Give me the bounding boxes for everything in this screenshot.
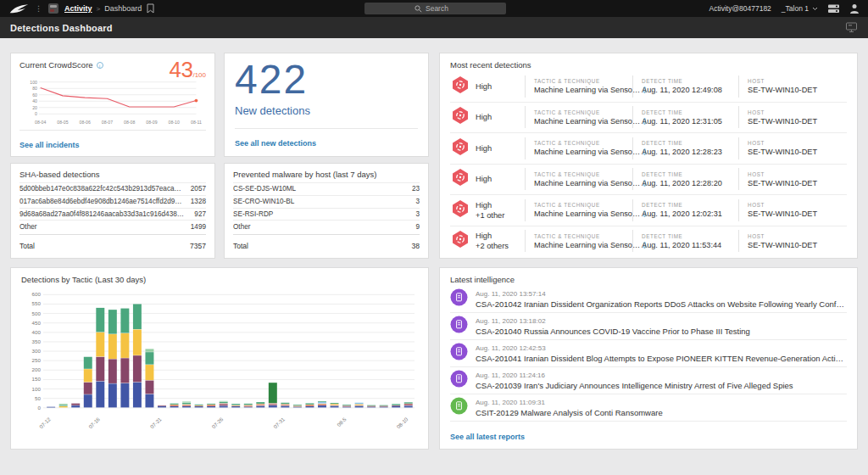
svg-text:08-10: 08-10 [169,120,180,125]
table-row: SE-CRO-WIN10-BL3 [233,195,420,208]
severity-hexagon-icon [452,137,469,159]
page-title: Detections Dashboard [10,23,113,33]
detect-time-value: Aug. 11, 2020 12:28:23 [642,148,738,156]
host-value: SE-TW-WIN10-DET [748,241,847,249]
detect-time-column: DETECT TIMEAug. 11, 2020 12:49:08 [632,75,738,98]
tactic-label: TACTIC & TECHNIQUE [534,202,632,208]
severity-label: High [476,174,492,184]
svg-text:0: 0 [37,405,41,411]
svg-text:450: 450 [32,320,42,326]
svg-text:400: 400 [32,329,42,335]
table-row: Other9 [233,220,420,232]
crowdstrike-falcon-logo-icon[interactable] [8,3,29,14]
menu-dots-icon[interactable]: ⋮ [35,4,42,13]
svg-text:07-21: 07-21 [149,416,163,429]
total-label: Total [19,242,190,250]
prevented-total-row: Total 38 [233,234,420,252]
app-switcher-icon[interactable] [48,3,58,14]
svg-text:08-09: 08-09 [146,120,157,125]
svg-text:80: 80 [32,86,37,91]
severity-cell: High [450,168,525,190]
detection-row[interactable]: High+1 otherTACTIC & TECHNIQUEMachine Le… [450,194,847,226]
new-detections-card: 422 New detections See all new detection… [224,53,429,157]
notifications-stack-icon[interactable] [828,4,839,14]
detection-row[interactable]: High+2 othersTACTIC & TECHNIQUEMachine L… [450,226,847,257]
svg-text:300: 300 [32,348,42,354]
intel-report-item[interactable]: Aug. 11, 2020 11:09:31CSIT-20129 Malware… [450,394,847,421]
tactic-column: TACTIC & TECHNIQUEMachine Learning via S… [525,75,632,98]
detection-row[interactable]: HighTACTIC & TECHNIQUEMachine Learning v… [450,102,847,133]
info-icon[interactable]: i [97,62,103,69]
host-label: HOST [748,140,847,146]
svg-text:20: 20 [32,105,37,110]
user-profile-icon[interactable] [849,3,860,14]
breadcrumb-separator: > [97,5,101,13]
severity-cell: High [450,75,525,98]
table-row: 9d68a68ad27aa0f4f881246aacab33d3a1c916d4… [19,208,206,221]
see-all-latest-reports-link[interactable]: See all latest reports [450,433,525,441]
severity-hexagon-icon [452,199,469,221]
detections-by-tactic-card: Detections by Tactic (Last 30 days) 0501… [10,267,429,450]
detect-time-value: Aug. 11, 2020 12:49:08 [642,86,738,94]
intel-report-title: CSA-201039 Iran's Judiciary Announces In… [476,381,793,390]
stat-value: 927 [194,210,206,218]
intel-report-item[interactable]: Aug. 11, 2020 13:57:14CSA-201042 Iranian… [450,286,847,312]
search-input[interactable] [426,4,456,13]
latest-intelligence-card: Latest intelligence Aug. 11, 2020 13:57:… [439,267,858,450]
intel-timestamp: Aug. 11, 2020 11:24:16 [476,372,793,379]
svg-text:07-12: 07-12 [38,416,52,429]
see-all-new-detections-link[interactable]: See all new detections [235,139,316,148]
detection-row[interactable]: HighTACTIC & TECHNIQUEMachine Learning v… [450,71,847,102]
svg-text:60: 60 [32,92,37,98]
tactic-column: TACTIC & TECHNIQUEMachine Learning via S… [525,199,632,221]
table-row: 017ac6ab8e84d6ebdf4e908db1246ae7514cffd2… [19,195,206,208]
host-label: HOST [748,202,847,208]
svg-text:550: 550 [32,300,42,306]
stat-label: SE-RSI-RDP [233,210,409,218]
svg-text:40: 40 [32,98,37,103]
host-value: SE-TW-WIN10-DET [748,210,847,218]
detect-time-column: DETECT TIMEAug. 11, 2020 12:28:20 [632,168,738,190]
intel-report-item[interactable]: Aug. 11, 2020 13:18:02CSA-201040 Russia … [450,312,847,339]
intel-timestamp: Aug. 11, 2020 13:18:02 [476,317,750,325]
total-label: Total [233,242,412,250]
intel-report-title: CSA-201040 Russia Announces COVID-19 Vac… [476,327,750,336]
stat-value: 1328 [191,198,206,205]
see-all-incidents-link[interactable]: See all incidents [19,141,80,149]
svg-text:08-06: 08-06 [80,120,91,125]
tactic-value: Machine Learning via Senso…i [534,86,632,94]
intel-report-title: CSIT-20129 Malware Analysis of Conti Ran… [476,408,663,417]
intel-report-item[interactable]: Aug. 11, 2020 12:42:53CSA-201041 Iranian… [450,339,847,366]
tactic-label: TACTIC & TECHNIQUE [534,233,632,239]
detect-time-label: DETECT TIME [642,78,738,84]
host-column: HOSTSE-TW-WIN10-DET [738,230,847,252]
host-value: SE-TW-WIN10-DET [748,148,847,156]
detections-dashboard-page: ⋮ Activity > Dashboard Activity@80477182… [0,0,868,475]
presentation-mode-icon[interactable] [845,22,858,33]
report-icon [450,288,468,310]
latest-intelligence-title: Latest intelligence [450,275,847,284]
host-column: HOSTSE-TW-WIN10-DET [738,137,847,159]
detect-time-value: Aug. 11, 2020 12:28:20 [642,179,738,187]
stat-value: 23 [412,185,420,193]
svg-text:08-10: 08-10 [395,416,409,429]
detection-row[interactable]: HighTACTIC & TECHNIQUEMachine Learning v… [450,164,847,195]
search-icon [415,1,422,16]
svg-text:08-11: 08-11 [191,120,202,125]
severity-label: High [476,112,492,122]
intel-report-item[interactable]: Aug. 11, 2020 11:24:16CSA-201039 Iran's … [450,366,847,394]
intel-timestamp: Aug. 11, 2020 11:09:31 [476,399,663,406]
host-value: SE-TW-WIN10-DET [748,117,847,126]
svg-text:08-08: 08-08 [124,120,135,125]
stat-value: 1499 [191,223,206,231]
stat-label: Other [19,223,184,231]
bookmark-icon[interactable] [147,3,154,14]
tactic-label: TACTIC & TECHNIQUE [534,78,632,84]
severity-hexagon-icon [452,230,469,252]
stat-value: 2057 [191,185,206,193]
detection-row[interactable]: HighTACTIC & TECHNIQUEMachine Learning v… [450,132,847,164]
detect-time-label: DETECT TIME [642,171,738,177]
host-value: SE-TW-WIN10-DET [748,86,847,94]
breadcrumb-app-link[interactable]: Activity [64,4,92,13]
user-dropdown[interactable]: _Talon 1 [782,4,818,13]
